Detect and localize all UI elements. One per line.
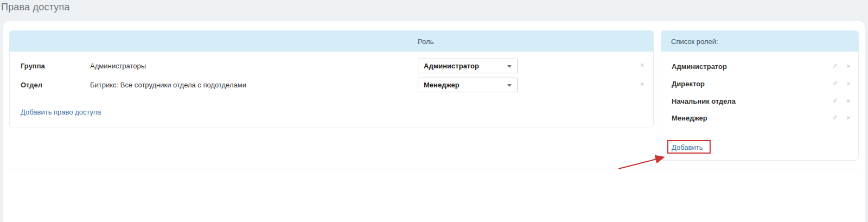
roles-list-title: Список ролей: — [671, 37, 718, 46]
access-table-panel: Роль Группа Администраторы Администратор… — [9, 30, 654, 128]
row-subject-name: Битрикс: Все сотрудники отдела с подотде… — [90, 81, 246, 89]
section-divider — [9, 169, 861, 169]
row-type-label: Отдел — [21, 81, 42, 89]
delete-role-icon[interactable]: × — [846, 62, 851, 70]
role-list-item: Менеджер — [672, 114, 707, 122]
role-list-item: Начальник отдела — [672, 97, 736, 105]
page-title: Права доступа — [1, 2, 70, 13]
role-select-value: Администратор — [424, 62, 479, 70]
edit-role-icon[interactable]: ✎ — [832, 114, 838, 122]
add-access-right-link[interactable]: Добавить право доступа — [21, 108, 101, 116]
roles-list-body: Администратор ✎ × Директор ✎ × Начальник… — [661, 52, 859, 161]
remove-access-row-icon[interactable]: × — [640, 80, 644, 88]
roles-list-header: Список ролей: — [661, 30, 859, 52]
role-select-value: Менеджер — [424, 81, 459, 89]
chevron-down-icon — [507, 65, 512, 68]
role-column-header: Роль — [418, 37, 433, 46]
role-select[interactable]: Менеджер — [418, 78, 518, 92]
roles-list-panel: Список ролей: Администратор ✎ × Директор… — [661, 30, 859, 161]
delete-role-icon[interactable]: × — [846, 97, 851, 105]
role-list-item: Администратор — [672, 62, 727, 71]
add-role-link[interactable]: Добавить — [672, 143, 703, 151]
role-select[interactable]: Администратор — [418, 59, 518, 73]
row-subject-name: Администраторы — [90, 62, 146, 70]
edit-role-icon[interactable]: ✎ — [832, 80, 838, 87]
delete-role-icon[interactable]: × — [846, 80, 851, 87]
access-table-header: Роль — [9, 30, 654, 52]
remove-access-row-icon[interactable]: × — [640, 61, 644, 69]
access-rights-card: Роль Группа Администраторы Администратор… — [3, 21, 865, 222]
access-table-body: Группа Администраторы Администратор × От… — [9, 52, 654, 128]
edit-role-icon[interactable]: ✎ — [832, 97, 838, 105]
role-list-item: Директор — [672, 80, 705, 88]
edit-role-icon[interactable]: ✎ — [832, 62, 838, 70]
row-type-label: Группа — [21, 62, 45, 70]
chevron-down-icon — [507, 84, 512, 87]
delete-role-icon[interactable]: × — [846, 114, 851, 122]
